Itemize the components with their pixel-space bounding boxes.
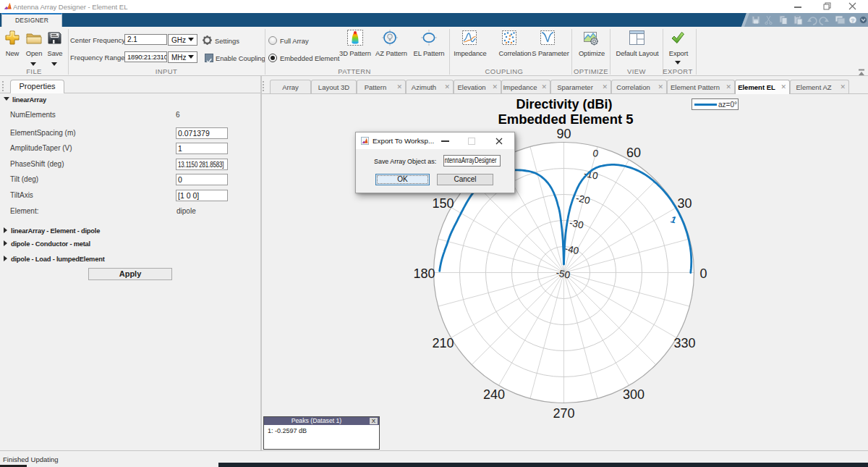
svg-text:240: 240 <box>483 387 505 402</box>
svg-text:90: 90 <box>556 127 571 141</box>
svg-text:0: 0 <box>699 266 707 281</box>
svg-text:60: 60 <box>626 146 641 160</box>
svg-text:180: 180 <box>413 266 435 281</box>
svg-text:30: 30 <box>678 196 692 211</box>
svg-text:300: 300 <box>623 387 644 402</box>
svg-text:?: ? <box>851 17 855 24</box>
svg-text:330: 330 <box>674 336 696 350</box>
svg-text:270: 270 <box>553 406 574 421</box>
svg-text:210: 210 <box>432 336 454 350</box>
svg-text:150: 150 <box>432 196 454 211</box>
